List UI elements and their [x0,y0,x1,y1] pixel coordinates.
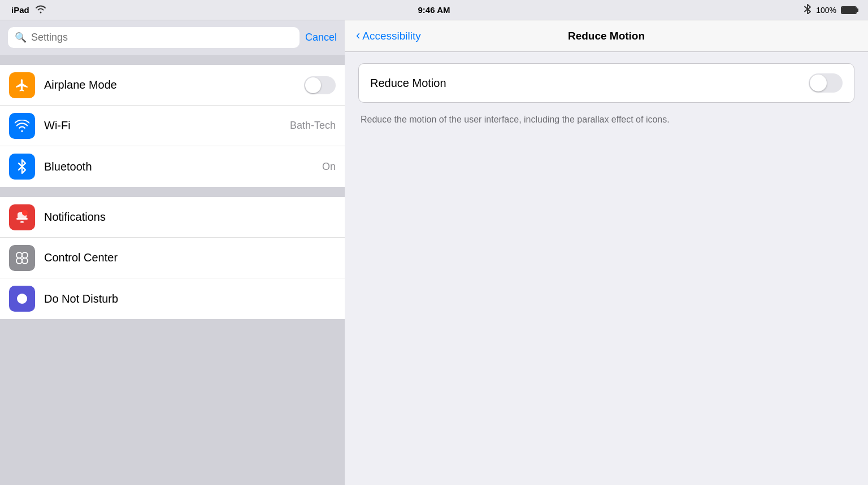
airplane-mode-icon [9,72,35,98]
list-item[interactable]: Notifications [0,197,345,238]
bluetooth-value: On [322,161,336,173]
settings-group-2: Notifications Control Center [0,197,345,319]
do-not-disturb-label: Do Not Disturb [44,292,336,305]
bluetooth-settings-icon [9,154,35,180]
navigation-bar: ‹ Accessibility Reduce Motion [345,20,868,52]
list-item[interactable]: Control Center [0,238,345,278]
svg-point-6 [16,258,22,264]
bluetooth-icon [804,4,811,16]
search-input[interactable] [31,32,293,43]
wifi-icon [35,5,46,15]
search-icon: 🔍 [15,32,27,43]
list-item[interactable]: Do Not Disturb [0,278,345,319]
back-button[interactable]: ‹ Accessibility [356,29,421,43]
svg-rect-2 [20,221,24,223]
toggle-knob [810,75,827,91]
battery-icon [841,6,857,14]
svg-point-4 [16,252,22,258]
right-panel: ‹ Accessibility Reduce Motion Reduce Mot… [345,20,868,485]
group-separator-mid [0,187,345,197]
control-center-label: Control Center [44,251,336,264]
reduce-motion-row: Reduce Motion [359,64,854,102]
bluetooth-label: Bluetooth [44,160,313,173]
control-center-icon [9,245,35,271]
list-item[interactable]: Bluetooth On [0,146,345,187]
svg-point-3 [22,210,28,216]
notifications-icon [9,204,35,230]
reduce-motion-description: Reduce the motion of the user interface,… [358,111,854,126]
device-label: iPad [11,5,29,15]
reduce-motion-toggle[interactable] [809,73,843,93]
group-separator-top [0,55,345,65]
notifications-label: Notifications [44,211,336,224]
battery-percent: 100% [816,6,836,15]
status-left: iPad [11,5,46,15]
list-item[interactable]: Airplane Mode [0,65,345,106]
search-input-wrapper[interactable]: 🔍 [8,27,300,48]
airplane-mode-toggle[interactable] [304,76,336,94]
do-not-disturb-icon [9,286,35,312]
reduce-motion-label: Reduce Motion [370,77,809,90]
airplane-mode-label: Airplane Mode [44,78,295,91]
chevron-left-icon: ‹ [356,28,360,43]
svg-rect-1 [16,218,28,220]
svg-point-7 [22,258,28,264]
back-label: Accessibility [362,30,420,42]
main-content: 🔍 Cancel Airplane Mode [0,20,868,485]
svg-point-5 [22,252,28,258]
cancel-button[interactable]: Cancel [305,32,337,43]
status-bar: iPad 9:46 AM 100% [0,0,868,20]
detail-content: Reduce Motion Reduce the motion of the u… [345,52,868,138]
sidebar: 🔍 Cancel Airplane Mode [0,20,345,485]
search-bar: 🔍 Cancel [0,20,345,55]
list-item[interactable]: Wi-Fi Bath-Tech [0,106,345,146]
wifi-value: Bath-Tech [290,120,336,132]
time-display: 9:46 AM [418,5,450,15]
settings-group-1: Airplane Mode Wi-Fi Bath-Tech [0,65,345,187]
wifi-settings-icon [9,113,35,139]
status-right: 100% [804,4,857,16]
page-title: Reduce Motion [568,30,645,42]
wifi-label: Wi-Fi [44,119,281,132]
reduce-motion-card: Reduce Motion [358,63,854,103]
